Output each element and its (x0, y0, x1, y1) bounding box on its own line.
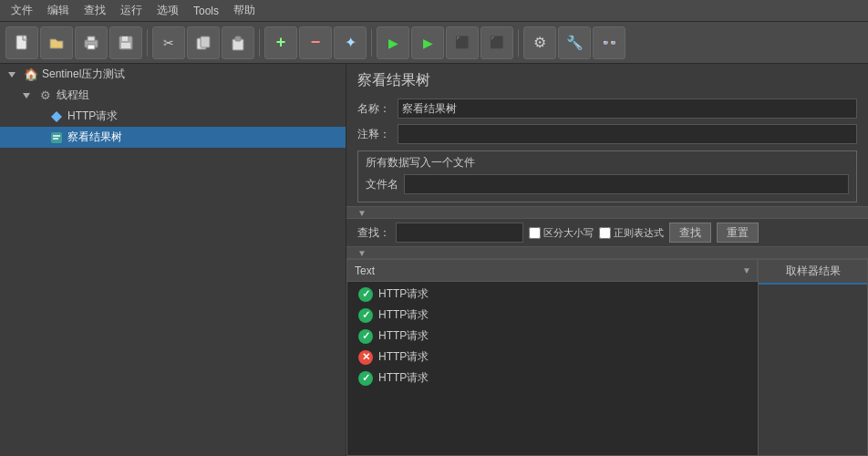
comment-row: 注释： (346, 121, 868, 147)
settings-button[interactable]: ⚙ (523, 26, 556, 59)
panel-title: 察看结果树 (346, 64, 868, 96)
http-icon (49, 109, 64, 124)
open-button[interactable] (40, 26, 73, 59)
menu-edit[interactable]: 编辑 (40, 0, 77, 21)
main-layout: 🏠 Sentinel压力测试 ⚙ 线程组 HTTP请求 察看结果树 察看结 (0, 64, 868, 456)
stop-button[interactable]: ⬛ (446, 26, 479, 59)
results-dropdown-text: Text (347, 264, 737, 277)
divider-bottom: ▼ (346, 246, 868, 259)
tree-http-request[interactable]: HTTP请求 (0, 106, 346, 127)
success-icon-3: ✓ (358, 329, 373, 344)
menu-find[interactable]: 查找 (77, 0, 113, 21)
sep2 (259, 29, 260, 57)
result-label-5: HTTP请求 (378, 370, 429, 386)
root-expand-icon (5, 67, 20, 82)
search-label: 查找： (357, 225, 390, 241)
menu-help[interactable]: 帮助 (226, 0, 263, 21)
results-right-panel: 取样器结果 (759, 259, 868, 456)
result-label-4: HTTP请求 (378, 349, 429, 365)
search-row: 查找： 区分大小写 正则表达式 查找 重置 (346, 219, 868, 246)
result-item[interactable]: ✓ HTTP请求 (347, 368, 758, 389)
section-title: 所有数据写入一个文件 (366, 155, 849, 171)
name-label: 名称： (357, 101, 390, 117)
root-folder-icon: 🏠 (24, 67, 38, 82)
case-sensitive-option[interactable]: 区分大小写 (529, 226, 594, 240)
group-expand-icon (20, 88, 35, 103)
regex-option[interactable]: 正则表达式 (599, 226, 664, 240)
result-label-1: HTTP请求 (378, 286, 429, 302)
tree-results-tree[interactable]: 察看结果树 (0, 127, 346, 148)
result-item[interactable]: ✓ HTTP请求 (347, 284, 758, 305)
copy-button[interactable] (187, 26, 220, 59)
glasses-button[interactable]: 👓 (593, 26, 625, 59)
reset-button[interactable]: 重置 (717, 223, 759, 243)
header-sep (757, 260, 758, 281)
svg-rect-6 (121, 43, 130, 48)
case-sensitive-label: 区分大小写 (543, 226, 594, 240)
result-item[interactable]: ✓ HTTP请求 (347, 326, 758, 347)
results-right-tab[interactable]: 取样器结果 (759, 260, 867, 285)
gear-icon: ⚙ (38, 88, 53, 103)
menu-tools[interactable]: Tools (186, 2, 226, 20)
stop2-button[interactable]: ⬛ (480, 26, 513, 59)
success-icon-1: ✓ (358, 287, 373, 302)
menu-run[interactable]: 运行 (113, 0, 150, 21)
svg-rect-11 (51, 132, 62, 143)
result-item[interactable]: ✓ HTTP请求 (347, 305, 758, 326)
play-remote-button[interactable]: ▶ (411, 26, 444, 59)
svg-rect-10 (235, 36, 241, 41)
file-input[interactable] (404, 174, 849, 194)
error-icon-4: ✕ (358, 350, 373, 365)
svg-rect-8 (201, 36, 210, 47)
result-item[interactable]: ✕ HTTP请求 (347, 347, 758, 368)
menubar: 文件 编辑 查找 运行 选项 Tools 帮助 (0, 0, 868, 22)
results-list: ✓ HTTP请求 ✓ HTTP请求 ✓ HTTP请求 ✕ HTTP请求 (347, 282, 758, 455)
results-header: Text ▼ (347, 260, 758, 282)
paste-button[interactable] (222, 26, 254, 59)
file-section: 所有数据写入一个文件 文件名 (357, 150, 857, 202)
sep4 (518, 29, 519, 57)
add-button[interactable]: + (264, 26, 297, 59)
find-button[interactable]: 查找 (669, 223, 711, 243)
menu-file[interactable]: 文件 (4, 0, 40, 21)
divider2-arrow-icon: ▼ (357, 248, 367, 258)
save-button[interactable] (109, 26, 142, 59)
results-icon (49, 130, 64, 145)
tree-root[interactable]: 🏠 Sentinel压力测试 (0, 64, 346, 85)
search-input[interactable] (396, 223, 523, 243)
dropdown-arrow-icon[interactable]: ▼ (737, 265, 757, 275)
cut-button[interactable]: ✂ (152, 26, 185, 59)
case-sensitive-checkbox[interactable] (529, 227, 541, 239)
comment-label: 注释： (357, 127, 390, 142)
tools-button[interactable]: 🔧 (558, 26, 591, 59)
right-panel: 察看结果树 名称： 注释： 所有数据写入一个文件 文件名 ▼ 查找： (346, 64, 868, 456)
result-label-2: HTTP请求 (378, 307, 429, 323)
menu-options[interactable]: 选项 (150, 0, 186, 21)
success-icon-2: ✓ (358, 308, 373, 323)
play-button[interactable]: ▶ (377, 26, 409, 59)
http-spacer (35, 109, 46, 124)
svg-rect-2 (88, 36, 95, 41)
regex-checkbox[interactable] (599, 227, 611, 239)
divider-arrow-icon: ▼ (357, 208, 367, 218)
result-label-3: HTTP请求 (378, 328, 429, 344)
wand-button[interactable]: ✦ (334, 26, 367, 59)
tree-root-label: Sentinel压力测试 (42, 67, 125, 82)
toolbar: ✂ + − ✦ ▶ ▶ ⬛ ⬛ ⚙ 🔧 👓 (0, 22, 868, 64)
sep3 (371, 29, 372, 57)
name-input[interactable] (398, 98, 857, 119)
results-left-panel: Text ▼ ✓ HTTP请求 ✓ HTTP请求 ✓ (346, 259, 759, 456)
new-button[interactable] (5, 26, 38, 59)
svg-rect-5 (122, 36, 128, 41)
tree-http-label: HTTP请求 (67, 109, 118, 124)
name-row: 名称： (346, 96, 868, 121)
results-spacer (35, 130, 46, 145)
print-button[interactable] (75, 26, 108, 59)
left-panel: 🏠 Sentinel压力测试 ⚙ 线程组 HTTP请求 察看结果树 (0, 64, 346, 456)
tree-results-label: 察看结果树 (67, 130, 122, 145)
comment-input[interactable] (398, 124, 857, 144)
file-label: 文件名 (366, 177, 398, 192)
results-area: Text ▼ ✓ HTTP请求 ✓ HTTP请求 ✓ (346, 259, 868, 456)
tree-thread-group[interactable]: ⚙ 线程组 (0, 85, 346, 106)
remove-button[interactable]: − (299, 26, 332, 59)
